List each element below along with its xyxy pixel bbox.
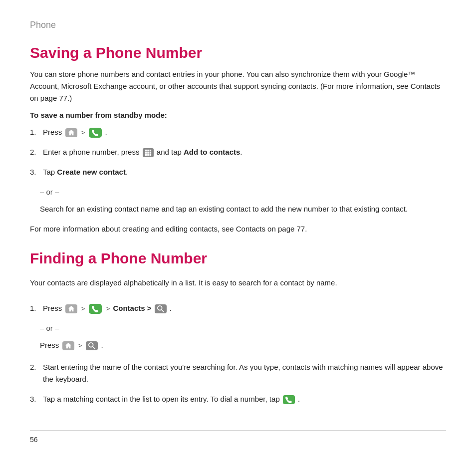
- step2-content: Enter a phone number, press and tap Add …: [43, 146, 446, 158]
- or-divider-1: – or –: [40, 186, 446, 198]
- phone-green-icon-3: [283, 395, 295, 404]
- phone-green-icon-1: [89, 128, 102, 138]
- svg-rect-6: [145, 154, 147, 156]
- phone-green-icon-2: [89, 304, 102, 314]
- step1-content: Press > .: [43, 126, 446, 138]
- add-to-contacts-label: Add to contacts: [184, 148, 240, 156]
- or-press-block: Press > .: [40, 339, 446, 351]
- svg-rect-1: [147, 150, 149, 152]
- section2-intro: Your contacts are displayed alphabetical…: [30, 277, 446, 289]
- svg-rect-5: [149, 152, 151, 154]
- find-step3-num: 3.: [30, 393, 41, 405]
- page-number: 56: [30, 436, 446, 444]
- svg-line-10: [161, 310, 163, 312]
- or-divider-2: – or –: [40, 322, 446, 334]
- find-step1: 1. Press > > Contacts > .: [30, 302, 446, 314]
- step3: 3. Tap Create new contact.: [30, 166, 446, 178]
- section1-bold-instruction: To save a number from standby mode:: [30, 109, 446, 121]
- svg-rect-0: [145, 150, 147, 152]
- svg-rect-7: [147, 154, 149, 156]
- section1-footer: For more information about creating and …: [30, 223, 446, 235]
- svg-line-12: [93, 347, 95, 349]
- section2-title: Finding a Phone Number: [30, 250, 446, 267]
- svg-point-11: [89, 343, 93, 347]
- find-step1-num: 1.: [30, 302, 41, 314]
- search-icon-2: [86, 341, 98, 350]
- step1: 1. Press > .: [30, 126, 446, 138]
- find-step3-content: Tap a matching contact in the list to op…: [43, 393, 446, 405]
- page-header: Phone: [30, 20, 446, 30]
- find-step3: 3. Tap a matching contact in the list to…: [30, 393, 446, 405]
- create-new-contact-label: Create new contact: [57, 168, 126, 176]
- svg-rect-2: [149, 150, 151, 152]
- svg-rect-3: [145, 152, 147, 154]
- svg-rect-4: [147, 152, 149, 154]
- find-step2: 2. Start entering the name of the contac…: [30, 361, 446, 385]
- footer-divider: [30, 430, 446, 431]
- step2-num: 2.: [30, 146, 41, 158]
- step3-content: Tap Create new contact.: [43, 166, 446, 178]
- home-icon-2: [65, 304, 77, 313]
- contacts-label: Contacts >: [113, 304, 151, 312]
- search-icon-1: [155, 304, 167, 313]
- find-step2-num: 2.: [30, 361, 41, 373]
- step3-num: 3.: [30, 166, 41, 178]
- section1-title: Saving a Phone Number: [30, 44, 446, 61]
- find-step1-content: Press > > Contacts > .: [43, 302, 446, 314]
- grid-icon: [143, 148, 154, 157]
- step2: 2. Enter a phone number, press and tap A…: [30, 146, 446, 158]
- or-text-block: Search for an existing contact name and …: [40, 203, 446, 215]
- home-icon-3: [62, 341, 74, 350]
- step1-num: 1.: [30, 126, 41, 138]
- svg-point-9: [158, 306, 162, 310]
- section1-intro: You can store phone numbers and contact …: [30, 68, 446, 104]
- svg-rect-8: [149, 154, 151, 156]
- find-step2-content: Start entering the name of the contact y…: [43, 361, 446, 385]
- home-icon-1: [65, 128, 77, 137]
